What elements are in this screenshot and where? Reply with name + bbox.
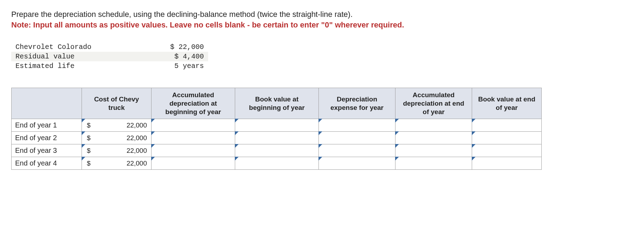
input-flag-icon [151,131,155,135]
acc-end-input-cell[interactable] [395,119,472,132]
acc-end-input-cell[interactable] [395,144,472,157]
input-flag-icon [318,119,322,123]
acc-begin-input-cell[interactable] [152,119,235,132]
row-label: End of year 3 [12,144,82,157]
row-label: End of year 1 [12,119,82,132]
input-flag-icon [472,144,476,148]
instruction-line1: Prepare the depreciation schedule, using… [11,10,633,19]
input-flag-icon [235,157,239,161]
input-flag-icon [318,157,322,161]
col-header-acc-begin: Accumulated depreciation at beginning of… [152,88,235,119]
life-label: Estimated life [11,61,131,71]
asset-label: Chevrolet Colorado [11,42,131,52]
acc-end-input-cell[interactable] [395,132,472,144]
currency-symbol: $ [85,147,91,155]
acc-begin-input-cell[interactable] [152,144,235,157]
input-flag-icon [472,157,476,161]
depreciation-schedule-table: Cost of Chevy truck Accumulated deprecia… [11,88,542,170]
input-flag-icon [318,131,322,135]
bv-end-input-cell[interactable] [472,157,542,170]
input-flag-icon [395,119,399,123]
input-flag-icon [318,144,322,148]
bv-begin-input-cell[interactable] [235,157,319,170]
currency-symbol: $ [85,122,91,129]
dep-exp-input-cell[interactable] [319,157,395,170]
currency-symbol: $ [85,160,91,167]
dep-exp-input-cell[interactable] [319,119,395,132]
cost-value: 22,000 [91,122,148,129]
col-header-bv-begin: Book value at beginning of year [235,88,319,119]
input-flag-icon [472,119,476,123]
input-flag-icon [151,119,155,123]
life-value: 5 years [131,61,208,71]
table-row: End of year 2$22,000 [12,132,542,144]
cost-input-cell[interactable]: $22,000 [82,119,152,132]
input-flag-icon [151,144,155,148]
cost-input-cell[interactable]: $22,000 [82,157,152,170]
acc-begin-input-cell[interactable] [152,157,235,170]
input-flag-icon [472,131,476,135]
given-data-block: Chevrolet Colorado $ 22,000 Residual val… [11,42,208,71]
table-row: End of year 3$22,000 [12,144,542,157]
cost-value: 22,000 [91,134,148,142]
input-flag-icon [82,144,85,148]
cost-input-cell[interactable]: $22,000 [82,132,152,144]
residual-value: $ 4,400 [131,52,208,61]
dep-exp-input-cell[interactable] [319,144,395,157]
input-flag-icon [235,144,239,148]
input-flag-icon [395,131,399,135]
input-flag-icon [395,157,399,161]
input-flag-icon [235,119,239,123]
cost-value: 22,000 [91,147,148,155]
residual-label: Residual value [11,52,131,61]
col-header-acc-end: Accumulated depreciation at end of year [395,88,472,119]
table-header-row: Cost of Chevy truck Accumulated deprecia… [12,88,542,119]
bv-end-input-cell[interactable] [472,144,542,157]
col-header-blank [12,88,82,119]
currency-symbol: $ [85,134,91,142]
bv-begin-input-cell[interactable] [235,144,319,157]
input-flag-icon [151,157,155,161]
cost-value: 22,000 [91,160,148,167]
bv-begin-input-cell[interactable] [235,132,319,144]
input-flag-icon [82,131,85,135]
input-flag-icon [235,131,239,135]
cost-input-cell[interactable]: $22,000 [82,144,152,157]
table-row: End of year 1$22,000 [12,119,542,132]
acc-begin-input-cell[interactable] [152,132,235,144]
col-header-dep-exp: Depreciation expense for year [319,88,395,119]
dep-exp-input-cell[interactable] [319,132,395,144]
row-label: End of year 4 [12,157,82,170]
table-row: End of year 4$22,000 [12,157,542,170]
instruction-line2: Note: Input all amounts as positive valu… [11,20,633,30]
input-flag-icon [82,119,85,123]
bv-end-input-cell[interactable] [472,119,542,132]
col-header-cost: Cost of Chevy truck [82,88,152,119]
bv-end-input-cell[interactable] [472,132,542,144]
bv-begin-input-cell[interactable] [235,119,319,132]
acc-end-input-cell[interactable] [395,157,472,170]
input-flag-icon [395,144,399,148]
row-label: End of year 2 [12,132,82,144]
col-header-bv-end: Book value at end of year [472,88,542,119]
input-flag-icon [82,157,85,161]
asset-value: $ 22,000 [131,42,208,52]
